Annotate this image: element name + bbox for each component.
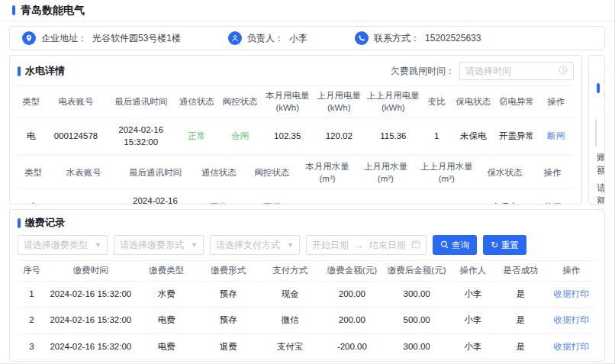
panel-accent-bar <box>18 218 21 228</box>
cell-month-usage: 40.21 <box>298 189 356 205</box>
cell-success: 是 <box>495 281 546 308</box>
record-row: 1 2024-02-16 15:32:00 水费 预存 现金 200.00 30… <box>18 281 597 308</box>
manager-value: 小李 <box>289 32 308 45</box>
start-date-placeholder: 开始日期 <box>312 239 349 252</box>
col-valve-status: 阀控状态 <box>245 157 298 189</box>
cell-protect-status: 未保水 <box>478 189 531 205</box>
cell-meter-account: 100124578 <box>50 189 118 205</box>
cell-index: 2 <box>18 308 46 334</box>
cell-pay-time: 2024-02-16 15:32:00 <box>46 308 136 334</box>
col-success: 是否成功 <box>495 261 546 282</box>
pay-method-select[interactable]: 请选择支付方式 ▼ <box>210 235 300 255</box>
reset-button[interactable]: ↻ 重置 <box>483 235 526 255</box>
cell-pay-amount: -200.00 <box>321 333 383 360</box>
company-address: 企业地址：光谷软件园53号楼1楼 <box>22 31 181 45</box>
col-valve-status: 阀控状态 <box>218 86 262 118</box>
app-header: 青岛数能电气 <box>0 0 614 21</box>
col-operator: 操作人 <box>450 261 495 282</box>
cell-last-comm-time: 2024-02-16 15:32:00 <box>118 189 192 205</box>
cell-two-months-usage: 115.36 <box>365 118 422 155</box>
col-protect-status: 保电状态 <box>452 86 495 118</box>
fee-method-placeholder: 请选择缴费形式 <box>120 239 184 252</box>
phone-value: 15202525633 <box>425 33 481 43</box>
print-receipt-link[interactable]: 收据打印 <box>546 281 597 308</box>
person-icon <box>228 31 242 45</box>
col-action: 操作 <box>539 86 574 118</box>
cell-pay-time: 2024-02-16 15:32:00 <box>46 281 136 308</box>
cell-pay-form: 预存 <box>198 308 259 334</box>
cell-pay-type: 水费 <box>136 281 198 308</box>
cell-theft-anomaly: 开盖异常 <box>495 118 539 155</box>
col-last-month-usage: 上月用电量(kWh) <box>313 86 365 118</box>
pay-method-placeholder: 请选择支付方式 <box>216 239 280 252</box>
cell-index: 1 <box>18 281 46 308</box>
col-type: 类型 <box>18 86 45 118</box>
calendar-icon <box>411 240 420 251</box>
tab-electric-fee[interactable]: 电费 <box>596 120 597 146</box>
electric-header-row: 类型 电表账号 最后通讯时间 通信状态 阀控状态 本月用电量(kWh) 上月用电… <box>18 86 574 118</box>
phone-icon <box>355 31 369 45</box>
col-comm-status: 通信状态 <box>192 157 245 189</box>
cell-operator: 小李 <box>450 308 495 334</box>
fee-type-select[interactable]: 请选择缴费类型 ▼ <box>18 235 108 255</box>
col-ratio: 变比 <box>422 86 452 118</box>
print-receipt-link[interactable]: 收据打印 <box>546 333 597 360</box>
cell-protect-status: 未保电 <box>452 118 495 155</box>
col-action: 操作 <box>546 261 597 282</box>
fee-type-tabs: 电费 水费 <box>595 119 597 147</box>
utility-detail-title: 水电详情 <box>25 64 65 78</box>
trip-time-input[interactable] <box>459 62 574 80</box>
close-valve-link[interactable]: 关阀 <box>531 189 574 205</box>
col-type: 类型 <box>18 157 50 189</box>
location-icon <box>22 31 36 45</box>
cell-balance-after: 300.00 <box>383 333 450 360</box>
electric-meter-table: 类型 电表账号 最后通讯时间 通信状态 阀控状态 本月用电量(kWh) 上月用电… <box>18 85 574 155</box>
trip-breaker-link[interactable]: 断闸 <box>539 118 574 155</box>
page-title: 青岛数能电气 <box>21 4 85 18</box>
title-accent-bar <box>12 5 15 15</box>
records-title: 缴费记录 <box>25 216 65 230</box>
col-pay-form: 缴费形式 <box>198 261 259 282</box>
cell-pay-type: 电费 <box>136 333 198 360</box>
print-receipt-link[interactable]: 收据打印 <box>546 308 597 334</box>
address-label: 企业地址： <box>41 32 87 45</box>
cell-pay-amount: 200.00 <box>321 308 383 334</box>
col-two-months-usage: 上上月用电量(kWh) <box>365 86 422 118</box>
reset-label: 重置 <box>501 240 519 251</box>
utility-detail-panel: 水电详情 欠费跳闸时间： 类型 <box>9 55 582 205</box>
amount-label: 请输入金额： <box>597 182 605 205</box>
cell-comm-status: 正常 <box>192 189 245 205</box>
col-pay-method: 支付方式 <box>259 261 321 282</box>
search-button[interactable]: 查询 <box>433 235 477 255</box>
cell-valve-status: 合闸 <box>218 118 262 155</box>
cell-month-usage: 102.35 <box>262 118 314 155</box>
col-pay-time: 缴费时间 <box>46 261 136 282</box>
col-last-month-usage: 上月用水量(m³) <box>356 157 414 189</box>
date-range-picker[interactable]: 开始日期 → 结束日期 <box>306 235 427 255</box>
cell-index: 3 <box>18 333 46 360</box>
fee-method-select[interactable]: 请选择缴费形式 ▼ <box>114 235 204 255</box>
chevron-down-icon: ▼ <box>287 241 294 249</box>
col-last-comm-time: 最后通讯时间 <box>118 157 192 189</box>
balance-label: 账户余额： <box>597 151 605 177</box>
cell-type: 水 <box>18 189 50 205</box>
cell-meter-account: 000124578 <box>45 118 108 155</box>
water-data-row: 水 100124578 2024-02-16 15:32:00 正常 开阀 40… <box>18 189 574 205</box>
col-comm-status: 通信状态 <box>175 86 218 118</box>
cell-operator: 小李 <box>450 333 495 360</box>
panel-accent-bar <box>18 66 21 76</box>
cell-pay-method: 支付宝 <box>259 333 321 360</box>
trip-time-field[interactable] <box>465 66 555 76</box>
cell-pay-type: 电费 <box>136 308 198 334</box>
cell-ratio: 1 <box>422 118 452 155</box>
cell-pay-time: 2024-02-16 15:32:00 <box>46 333 136 360</box>
refresh-icon: ↻ <box>491 240 498 250</box>
col-month-usage: 本月用水量(m³) <box>298 157 356 189</box>
range-arrow: → <box>354 240 363 250</box>
phone-label: 联系方式： <box>374 32 420 45</box>
record-row: 3 2024-02-16 15:32:00 电费 退费 支付宝 -200.00 … <box>18 333 597 360</box>
manager-label: 负责人： <box>247 32 284 45</box>
company-info-bar: 企业地址：光谷软件园53号楼1楼 负责人：小李 联系方式：15202525633 <box>9 26 605 50</box>
cell-pay-form: 预存 <box>198 281 259 308</box>
col-theft-anomaly: 窃电异常 <box>495 86 539 118</box>
